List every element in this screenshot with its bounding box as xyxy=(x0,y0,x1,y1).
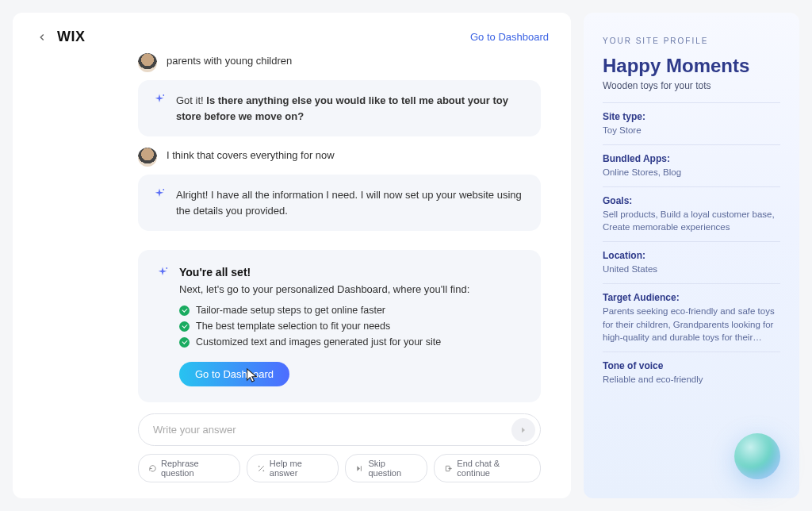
chat-panel: WIX Go to Dashboard parents with young c… xyxy=(13,13,571,498)
profile-key: Goals: xyxy=(603,195,780,206)
end-chat-chip[interactable]: End chat & continue xyxy=(434,454,541,482)
cursor-icon xyxy=(244,367,259,383)
profile-row: Bundled Apps: Online Stores, Blog xyxy=(603,153,780,179)
site-tagline: Wooden toys for your tots xyxy=(603,80,780,91)
user-avatar xyxy=(138,148,157,167)
divider xyxy=(603,144,780,145)
skip-forward-icon xyxy=(355,464,364,473)
sparkle-icon xyxy=(152,187,167,202)
bot-message-text: Alright! I have all the information I ne… xyxy=(176,187,527,218)
divider xyxy=(603,241,780,242)
svg-point-4 xyxy=(263,470,264,471)
assistant-orb-icon[interactable] xyxy=(734,433,780,479)
help-chip[interactable]: Help me answer xyxy=(247,454,339,482)
profile-row: Target Audience: Parents seeking eco-fri… xyxy=(603,292,780,343)
divider xyxy=(603,283,780,284)
profile-value: Sell products, Build a loyal customer ba… xyxy=(603,208,780,233)
action-chip-row: Rephrase question Help me answer Skip qu… xyxy=(138,454,541,482)
answer-input-row xyxy=(138,413,541,446)
wix-logo: WIX xyxy=(57,29,86,45)
profile-row: Tone of voice Reliable and eco-friendly xyxy=(603,360,780,386)
site-profile-panel: YOUR SITE PROFILE Happy Moments Wooden t… xyxy=(584,13,799,498)
answer-input[interactable] xyxy=(153,424,511,436)
profile-row: Site type: Toy Store xyxy=(603,111,780,136)
rephrase-chip[interactable]: Rephrase question xyxy=(138,454,240,482)
svg-point-3 xyxy=(259,466,259,467)
user-message-text: I think that covers everything for now xyxy=(167,146,335,167)
checkmark-icon xyxy=(179,337,190,348)
exit-icon xyxy=(444,464,453,473)
divider xyxy=(603,102,780,103)
profile-key: Tone of voice xyxy=(603,360,780,371)
profile-key: Site type: xyxy=(603,111,780,122)
user-avatar xyxy=(138,53,157,72)
profile-key: Location: xyxy=(603,250,780,261)
list-item: Customized text and images generated jus… xyxy=(179,336,523,348)
profile-value: Reliable and eco-friendly xyxy=(603,373,780,386)
sparkle-icon xyxy=(155,266,170,386)
user-message-text: parents with young children xyxy=(167,52,292,72)
profile-row: Goals: Sell products, Build a loyal cust… xyxy=(603,195,780,233)
checkmark-icon xyxy=(179,321,190,332)
back-button[interactable] xyxy=(35,30,49,44)
wand-icon xyxy=(257,464,266,473)
checkmark-icon xyxy=(179,305,190,316)
profile-value: Online Stores, Blog xyxy=(603,166,780,179)
bot-message: Got it! Is there anything else you would… xyxy=(138,80,541,136)
profile-key: Target Audience: xyxy=(603,292,780,303)
profile-section-label: YOUR SITE PROFILE xyxy=(603,36,780,45)
profile-value: Parents seeking eco-friendly and safe to… xyxy=(603,305,780,343)
skip-chip[interactable]: Skip question xyxy=(345,454,427,482)
sparkle-icon xyxy=(152,93,167,107)
profile-value: Toy Store xyxy=(603,124,780,136)
svg-point-2 xyxy=(166,267,167,269)
list-item: Tailor-made setup steps to get online fa… xyxy=(179,305,523,316)
chat-thread: parents with young children Got it! Is t… xyxy=(35,52,549,482)
go-to-dashboard-link[interactable]: Go to Dashboard xyxy=(470,31,549,43)
user-message: parents with young children xyxy=(138,52,541,72)
user-message: I think that covers everything for now xyxy=(138,146,541,167)
bot-message: Alright! I have all the information I ne… xyxy=(138,175,541,231)
site-title: Happy Moments xyxy=(603,55,780,77)
bot-message-text: Got it! Is there anything else you would… xyxy=(176,93,527,124)
completion-bullet-list: Tailor-made setup steps to get online fa… xyxy=(179,305,523,348)
go-to-dashboard-button[interactable]: Go to Dashboard xyxy=(179,362,289,386)
svg-point-0 xyxy=(163,94,164,96)
completion-subtitle: Next, let's go to your personalized Dash… xyxy=(179,283,523,295)
profile-value: United States xyxy=(603,263,780,275)
refresh-icon xyxy=(148,464,157,473)
profile-row: Location: United States xyxy=(603,250,780,275)
divider xyxy=(603,186,780,187)
svg-rect-5 xyxy=(361,466,362,471)
completion-title: You're all set! xyxy=(179,266,523,279)
divider xyxy=(603,352,780,352)
list-item: The best template selection to fit your … xyxy=(179,321,523,332)
header: WIX Go to Dashboard xyxy=(35,29,549,45)
send-button[interactable] xyxy=(511,418,535,442)
profile-key: Bundled Apps: xyxy=(603,153,780,164)
svg-point-1 xyxy=(163,189,164,190)
completion-card: You're all set! Next, let's go to your p… xyxy=(138,250,541,402)
